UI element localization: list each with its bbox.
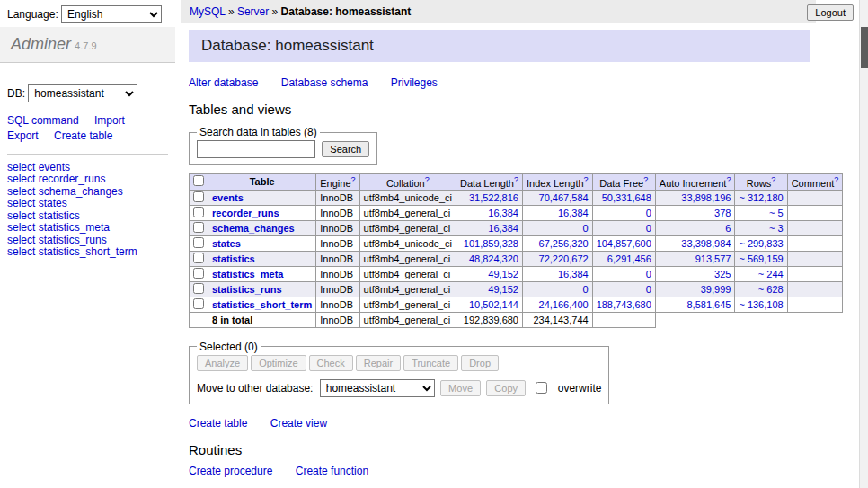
rows-link[interactable]: ~ 569,159 [739,253,783,264]
help-icon[interactable]: ? [771,175,775,184]
help-icon[interactable]: ? [726,175,731,184]
data-free-link[interactable]: 0 [646,284,651,295]
sidebar-item-select-recorder-runs[interactable]: select recorder_runs [7,173,168,186]
analyze-button[interactable]: Analyze [197,355,248,371]
data-free-link[interactable]: 104,857,600 [597,238,651,249]
data-free-link[interactable]: 6,291,456 [607,253,651,264]
auto-increment-link[interactable]: 33,398,984 [681,238,731,249]
index-length-link[interactable]: 67,256,320 [539,238,589,249]
index-length-link[interactable]: 16,384 [558,208,589,218]
auto-increment-link[interactable]: 325 [714,269,731,279]
breadcrumb-link-mysql[interactable]: MySQL [190,5,226,18]
truncate-button[interactable]: Truncate [403,355,458,371]
data-free-link[interactable]: 0 [646,208,651,218]
data-length-link[interactable]: 31,522,816 [469,192,518,203]
drop-button[interactable]: Drop [461,355,499,371]
auto-increment-link[interactable]: 39,999 [701,284,731,295]
data-length-link[interactable]: 10,502,144 [469,299,518,310]
language-select[interactable]: English [61,5,162,23]
optimize-button[interactable]: Optimize [251,355,306,371]
help-icon[interactable]: ? [514,175,518,184]
db-action-database-schema[interactable]: Database schema [281,76,368,89]
help-icon[interactable]: ? [351,175,356,184]
rows-link[interactable]: ~ 628 [758,284,784,295]
data-free-link[interactable]: 0 [646,269,651,279]
auto-increment-link[interactable]: 33,898,196 [681,192,731,203]
sidebar-action-export[interactable]: Export [7,129,39,142]
select-all-checkbox[interactable] [193,175,204,186]
row-checkbox-statistics_runs[interactable] [193,283,204,294]
help-icon[interactable]: ? [584,175,589,184]
rows-link[interactable]: ~ 299,833 [739,238,783,249]
db-action-alter-database[interactable]: Alter database [189,76,258,89]
sidebar-action-sql-command[interactable]: SQL command [7,114,79,127]
row-checkbox-recorder_runs[interactable] [193,207,204,217]
data-length-link[interactable]: 16,384 [488,223,518,234]
table-link-statistics_runs[interactable]: statistics_runs [212,284,282,295]
row-checkbox-events[interactable] [193,191,204,202]
auto-increment-link[interactable]: 8,581,645 [686,299,731,310]
row-checkbox-states[interactable] [193,237,204,248]
row-checkbox-statistics_short_term[interactable] [193,298,204,309]
row-checkbox-statistics_meta[interactable] [193,268,204,279]
table-link-states[interactable]: states [212,238,241,249]
overwrite-label[interactable]: overwrite [558,382,602,395]
breadcrumb-link-server[interactable]: Server [237,5,269,18]
sidebar-item-select-statistics-meta[interactable]: select statistics_meta [7,222,168,235]
rows-link[interactable]: ~ 312,180 [739,192,783,203]
search-button[interactable]: Search [322,141,369,157]
routine-link-create-function[interactable]: Create function [296,465,368,477]
scrollbar-thumb[interactable] [861,27,868,68]
check-button[interactable]: Check [309,355,353,371]
auto-increment-link[interactable]: 6 [725,223,731,234]
help-icon[interactable]: ? [643,175,648,184]
index-length-link[interactable]: 70,467,584 [539,192,589,203]
logout-button[interactable]: Logout [807,4,854,21]
sidebar-item-select-events[interactable]: select events [7,162,168,174]
move-button[interactable]: Move [440,380,481,396]
search-input[interactable] [197,140,315,158]
create-link-create-table[interactable]: Create table [189,417,247,430]
data-length-link[interactable]: 49,152 [488,284,518,295]
data-free-link[interactable]: 188,743,680 [597,299,651,310]
data-length-link[interactable]: 16,384 [488,208,518,218]
db-select[interactable]: homeassistant [28,84,137,102]
rows-link[interactable]: ~ 136,108 [739,299,783,310]
table-link-statistics_short_term[interactable]: statistics_short_term [212,299,312,310]
index-length-link[interactable]: 0 [583,284,589,295]
table-link-statistics[interactable]: statistics [212,253,255,264]
table-link-statistics_meta[interactable]: statistics_meta [212,269,284,279]
index-length-link[interactable]: 24,166,400 [539,299,589,310]
row-checkbox-schema_changes[interactable] [193,222,204,233]
help-icon[interactable]: ? [834,175,838,184]
auto-increment-link[interactable]: 378 [714,208,731,218]
rows-link[interactable]: ~ 3 [769,223,784,234]
sidebar-item-select-states[interactable]: select states [7,198,168,210]
index-length-link[interactable]: 16,384 [558,269,589,279]
copy-button[interactable]: Copy [486,380,526,396]
sidebar-item-select-statistics-runs[interactable]: select statistics_runs [7,235,168,247]
index-length-link[interactable]: 72,220,672 [539,253,589,264]
data-free-link[interactable]: 0 [646,223,651,234]
routine-link-create-procedure[interactable]: Create procedure [189,465,272,477]
rows-link[interactable]: ~ 5 [769,208,784,218]
scrollbar[interactable] [859,0,868,488]
repair-button[interactable]: Repair [356,355,401,371]
sidebar-action-import[interactable]: Import [94,114,125,127]
db-action-privileges[interactable]: Privileges [391,76,438,89]
sidebar-action-create-table[interactable]: Create table [54,129,112,142]
row-checkbox-statistics[interactable] [193,253,204,263]
data-free-link[interactable]: 50,331,648 [602,192,651,203]
data-length-link[interactable]: 49,152 [488,269,518,279]
rows-link[interactable]: ~ 244 [758,269,784,279]
overwrite-checkbox[interactable] [536,382,547,394]
sidebar-item-select-statistics[interactable]: select statistics [7,210,168,223]
create-link-create-view[interactable]: Create view [270,417,327,430]
table-link-recorder_runs[interactable]: recorder_runs [212,208,279,218]
table-link-events[interactable]: events [212,192,244,203]
index-length-link[interactable]: 0 [583,223,589,234]
data-length-link[interactable]: 48,824,320 [469,253,518,264]
auto-increment-link[interactable]: 913,577 [695,253,731,264]
table-link-schema_changes[interactable]: schema_changes [212,223,295,234]
sidebar-item-select-schema-changes[interactable]: select schema_changes [7,186,168,199]
